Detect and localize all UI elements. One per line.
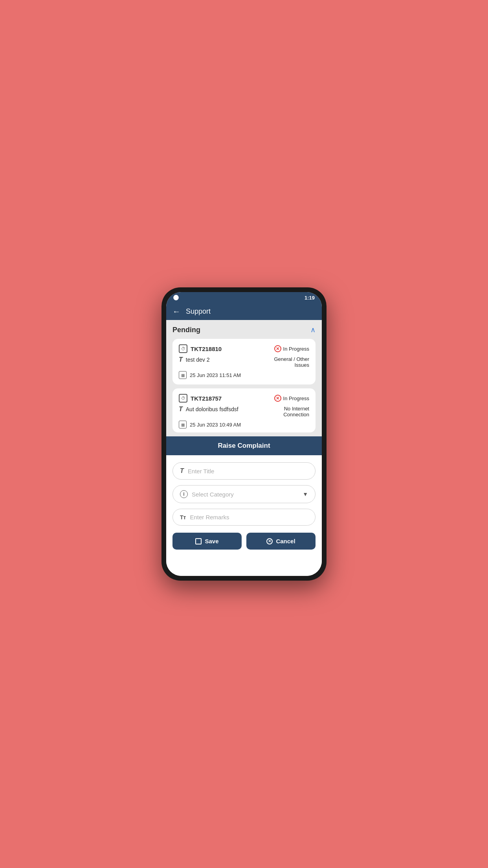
select-left: i Select Category <box>180 490 234 498</box>
ticket-date: 25 Jun 2023 11:51 AM <box>190 372 241 378</box>
remarks-placeholder: Enter Remarks <box>190 514 229 520</box>
ticket-category: General / Other Issues <box>262 356 309 368</box>
ticket-id-wrap: ⏱ TKT218810 <box>179 344 222 353</box>
ticket-card[interactable]: ⏱ TKT218810 ✕ In Progress T test dev 2 <box>172 339 316 384</box>
status-bar: 1:19 <box>166 292 322 303</box>
ticket-icon: ⏱ <box>179 344 187 353</box>
status-wrap-2: ✕ In Progress <box>274 395 309 402</box>
title-input-field[interactable]: T Enter Title <box>172 462 316 480</box>
status-wrap: ✕ In Progress <box>274 345 309 352</box>
leaf-icon <box>172 294 180 302</box>
ticket-id-wrap-2: ⏱ TKT218757 <box>179 394 222 403</box>
chevron-down-icon: ▼ <box>303 491 308 497</box>
ticket-icon-2: ⏱ <box>179 394 187 403</box>
pending-title: Pending <box>172 326 200 334</box>
cancel-icon: ✕ <box>266 538 273 544</box>
buttons-row: Save ✕ Cancel <box>172 533 316 550</box>
title-text-icon: T <box>180 467 184 474</box>
status-icon-2: ✕ <box>274 395 281 402</box>
ticket-title-left: T test dev 2 <box>179 356 209 363</box>
category-select-field[interactable]: i Select Category ▼ <box>172 485 316 503</box>
cancel-button[interactable]: ✕ Cancel <box>246 533 316 550</box>
text-icon: T <box>179 356 183 363</box>
phone-frame: 1:19 ← Support Pending ∧ ⏱ TKT21 <box>161 287 327 581</box>
title-placeholder: Enter Title <box>188 468 215 474</box>
raise-complaint-header: Raise Complaint <box>166 436 322 455</box>
remarks-text-icon: Tт <box>180 514 186 520</box>
status-bar-left <box>173 295 179 300</box>
page-title: Support <box>186 307 211 316</box>
ticket-row-top-2: ⏱ TKT218757 ✕ In Progress <box>179 394 309 403</box>
pending-header: Pending ∧ <box>172 326 316 334</box>
ticket-id: TKT218810 <box>191 346 222 352</box>
pending-section: Pending ∧ ⏱ TKT218810 ✕ In Progress <box>166 320 322 436</box>
calendar-icon: ▦ <box>179 371 187 379</box>
ticket-row-top: ⏱ TKT218810 ✕ In Progress <box>179 344 309 353</box>
category-placeholder: Select Category <box>192 491 234 498</box>
raise-complaint-title: Raise Complaint <box>218 442 270 449</box>
ticket-category-2: No Internet Connection <box>262 406 309 417</box>
cancel-label: Cancel <box>276 538 295 544</box>
ticket-subject: test dev 2 <box>186 357 210 363</box>
form-section: T Enter Title i Select Category ▼ Tт Ent… <box>166 455 322 576</box>
app-header: ← Support <box>166 303 322 320</box>
text-icon-2: T <box>179 406 183 413</box>
collapse-icon[interactable]: ∧ <box>310 326 316 334</box>
ticket-title-row-2: T Aut doloribus fsdfsdsf No Internet Con… <box>179 406 309 417</box>
status-time: 1:19 <box>305 295 315 301</box>
ticket-date-2: 25 Jun 2023 10:49 AM <box>190 422 241 428</box>
ticket-date-row: ▦ 25 Jun 2023 11:51 AM <box>179 371 309 379</box>
ticket-title-row: T test dev 2 General / Other Issues <box>179 356 309 368</box>
status-text-2: In Progress <box>283 395 309 401</box>
status-text: In Progress <box>283 346 309 352</box>
calendar-icon-2: ▦ <box>179 421 187 428</box>
ticket-title-left-2: T Aut doloribus fsdfsdsf <box>179 406 238 413</box>
save-icon <box>195 538 202 544</box>
status-icon: ✕ <box>274 345 281 352</box>
ticket-date-row-2: ▦ 25 Jun 2023 10:49 AM <box>179 421 309 428</box>
save-label: Save <box>205 538 218 544</box>
ticket-card-partial[interactable]: ⏱ TKT218757 ✕ In Progress T Aut doloribu… <box>172 388 316 432</box>
ticket-id-2: TKT218757 <box>191 395 222 402</box>
ticket-subject-2: Aut doloribus fsdfsdsf <box>186 406 238 412</box>
back-button[interactable]: ← <box>172 307 180 316</box>
info-icon: i <box>180 490 188 498</box>
remarks-input-field[interactable]: Tт Enter Remarks <box>172 509 316 526</box>
phone-screen: 1:19 ← Support Pending ∧ ⏱ TKT21 <box>166 292 322 576</box>
save-button[interactable]: Save <box>172 533 242 550</box>
content-area: Pending ∧ ⏱ TKT218810 ✕ In Progress <box>166 320 322 576</box>
